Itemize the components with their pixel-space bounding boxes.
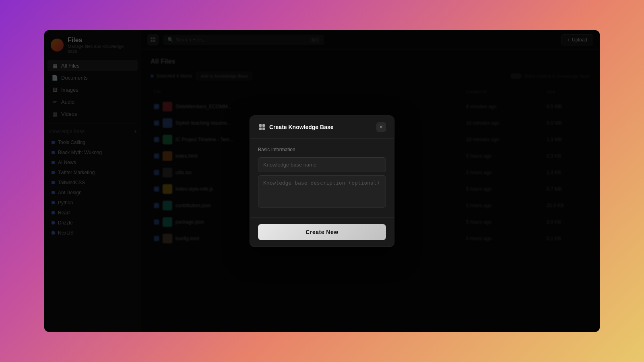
modal-logo-icon	[258, 123, 266, 131]
svg-rect-5	[262, 124, 265, 127]
modal-section-label: Basic Information	[258, 147, 386, 152]
modal-title-group: Create Knowledge Base	[258, 123, 334, 131]
kb-name-input[interactable]	[258, 157, 386, 172]
modal-footer: Create New	[250, 217, 394, 247]
modal-header: Create Knowledge Base ✕	[250, 116, 394, 139]
kb-description-textarea[interactable]	[258, 175, 386, 208]
modal-close-button[interactable]: ✕	[376, 122, 386, 132]
svg-rect-4	[259, 124, 262, 127]
modal-title: Create Knowledge Base	[269, 124, 334, 130]
create-new-button[interactable]: Create New	[258, 224, 386, 240]
svg-rect-6	[259, 128, 262, 130]
modal-body: Basic Information	[250, 139, 394, 217]
main-content: 🔍 Search Files... ⌘K ↑ Upload All Files …	[141, 30, 600, 332]
modal-overlay[interactable]: Create Knowledge Base ✕ Basic Informatio…	[44, 30, 600, 332]
create-knowledge-base-modal: Create Knowledge Base ✕ Basic Informatio…	[250, 115, 394, 247]
app-window: Files Manage files and knowledge base ▦ …	[44, 30, 600, 332]
svg-rect-7	[262, 128, 265, 130]
